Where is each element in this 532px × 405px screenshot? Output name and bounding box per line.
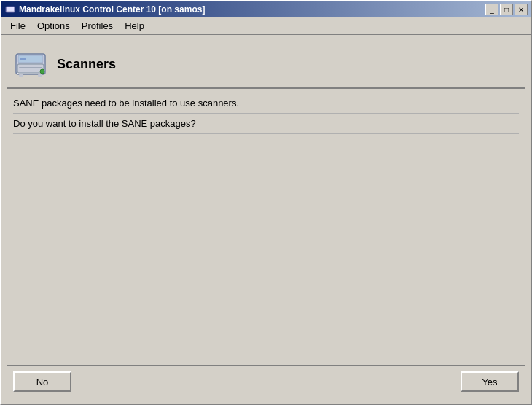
svg-rect-1 bbox=[7, 7, 14, 11]
menu-profiles[interactable]: Profiles bbox=[76, 19, 119, 33]
message-line1: SANE packages need to be installed to us… bbox=[13, 98, 519, 114]
scanner-icon bbox=[13, 47, 48, 82]
close-button[interactable]: ✕ bbox=[515, 4, 528, 15]
minimize-button[interactable]: _ bbox=[485, 4, 498, 15]
svg-point-9 bbox=[40, 69, 44, 74]
menu-bar: File Options Profiles Help bbox=[1, 17, 531, 35]
svg-rect-6 bbox=[20, 58, 26, 60]
svg-rect-2 bbox=[7, 12, 13, 12]
title-bar-left: Mandrakelinux Control Center 10 [on samo… bbox=[4, 4, 205, 15]
section-title: Scanners bbox=[57, 57, 116, 72]
info-section: SANE packages need to be installed to us… bbox=[7, 95, 525, 137]
main-window: Mandrakelinux Control Center 10 [on samo… bbox=[0, 0, 532, 405]
spacer bbox=[7, 137, 525, 365]
svg-rect-11 bbox=[38, 74, 42, 77]
header-section: Scanners bbox=[7, 41, 525, 89]
svg-rect-8 bbox=[19, 67, 42, 68]
title-bar-buttons: _ □ ✕ bbox=[485, 4, 528, 15]
title-bar: Mandrakelinux Control Center 10 [on samo… bbox=[1, 1, 531, 17]
window-icon bbox=[4, 4, 16, 15]
title-bar-text: Mandrakelinux Control Center 10 [on samo… bbox=[19, 4, 205, 15]
menu-help[interactable]: Help bbox=[119, 19, 150, 33]
no-button[interactable]: No bbox=[13, 371, 71, 392]
message-line2: Do you want to install the SANE packages… bbox=[13, 118, 519, 134]
yes-button[interactable]: Yes bbox=[461, 371, 519, 392]
content-area: Scanners SANE packages need to be instal… bbox=[1, 35, 531, 404]
button-bar: No Yes bbox=[7, 365, 525, 398]
menu-file[interactable]: File bbox=[4, 19, 31, 33]
svg-rect-10 bbox=[19, 74, 23, 77]
maximize-button[interactable]: □ bbox=[500, 4, 513, 15]
menu-options[interactable]: Options bbox=[31, 19, 76, 33]
